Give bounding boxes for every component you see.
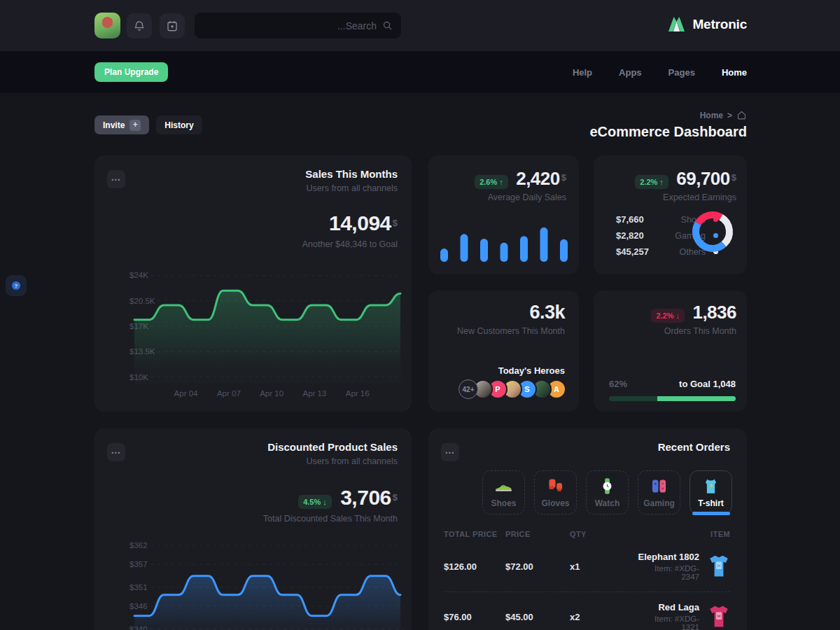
add-event-button[interactable] [160, 13, 185, 38]
svg-text:$351: $351 [130, 583, 148, 592]
legend-amount: $7,660 [616, 214, 657, 225]
col-total-price: TOTAL PRICE [444, 530, 505, 538]
heroes-avatars: 42+PSA [458, 379, 566, 399]
arrow-down-icon: ↓ [323, 498, 327, 506]
breadcrumb-separator: > [727, 111, 732, 120]
user-avatar[interactable] [94, 13, 120, 38]
svg-text:Apr 16: Apr 16 [346, 389, 370, 398]
cell-qty: x1 [570, 561, 637, 572]
sneaker-icon [494, 477, 513, 496]
orders-value: 1,836 [692, 302, 736, 323]
metronic-logo-icon [667, 15, 686, 33]
nav-link-help[interactable]: Help [573, 67, 592, 78]
cell-qty: x2 [570, 612, 637, 622]
nav-links: Help Apps Pages Home [573, 51, 747, 93]
discounted-value: 3,706 [340, 486, 391, 509]
gamepad-icon [650, 477, 668, 496]
svg-text:Apr 10: Apr 10 [260, 389, 284, 398]
watch-icon [598, 477, 617, 496]
category-tabs: Shoes Gloves Watch Gaming T-shirt [482, 470, 732, 514]
svg-text:Apr 07: Apr 07 [217, 389, 241, 398]
item-id: Item: #XDG-1321 [637, 615, 699, 630]
svg-text:$362: $362 [130, 541, 148, 550]
discounted-card-menu-button[interactable]: ⋯ [107, 443, 125, 461]
customers-label: New Customers This Month [457, 326, 565, 336]
item-name: Red Laga [637, 602, 699, 612]
item-thumb [699, 604, 730, 629]
orders-table-body: $126.00 $72.00 x1 Elephant 1802 Item: #X… [444, 542, 730, 630]
action-chips: Invite + History [94, 115, 202, 134]
sales-card-title: Sales This Months [305, 168, 398, 180]
daily-badge: 2.6%↑ [475, 175, 508, 189]
help-icon: ? [10, 280, 22, 291]
nav-link-apps[interactable]: Apps [619, 67, 642, 78]
tab-watch[interactable]: Watch [586, 470, 629, 514]
home-icon [736, 110, 747, 120]
legend-amount: $2,820 [616, 230, 657, 241]
history-label: History [164, 120, 193, 130]
svg-text:$20.5K: $20.5K [130, 297, 155, 305]
arrow-down-icon: ↓ [676, 312, 680, 320]
history-button[interactable]: History [156, 115, 202, 134]
cell-total-price: $76.00 [444, 612, 505, 622]
search-input[interactable] [216, 20, 377, 31]
recent-orders-menu-button[interactable]: ⋯ [441, 443, 459, 461]
orders-value-block: 2.2%↓ 1,836 Orders This Month [651, 302, 736, 336]
tab-gloves[interactable]: Gloves [534, 470, 577, 514]
plan-upgrade-button[interactable]: Plan Upgrade [94, 62, 168, 82]
calendar-plus-icon [166, 20, 178, 32]
top-header-bar: Metronic [0, 0, 840, 51]
invite-label: Invite [103, 120, 125, 130]
order-row: $76.00 $45.00 x2 Red Laga Item: #XDG-132… [444, 592, 730, 630]
svg-text:$24K: $24K [130, 271, 148, 279]
tab-shoes[interactable]: Shoes [482, 470, 525, 514]
earnings-card: 2.2%↑ 69,700$ Expected Earnings $7,660 S… [594, 155, 747, 274]
earnings-badge: 2.2%↑ [635, 175, 668, 189]
earnings-currency: $ [732, 172, 736, 183]
tshirt-image [708, 604, 730, 629]
sales-card-menu-button[interactable]: ⋯ [107, 170, 125, 188]
customers-card: 6.3k New Customers This Month Today's He… [428, 290, 579, 412]
sales-line-chart: $24K$20.5K$17K$13.5K$10KApr 04Apr 07Apr … [102, 262, 407, 402]
breadcrumb[interactable]: Home > [700, 110, 747, 120]
dots-menu-icon: ⋯ [111, 449, 122, 456]
discounted-value-block: 4.5%↓ 3,706$ Total Discounted Sales This… [263, 486, 398, 524]
tab-gaming[interactable]: Gaming [638, 470, 680, 514]
sales-value-block: 14,094$ Another $48,346 to Goal [302, 211, 398, 249]
item-id: Item: #XDG-2347 [637, 564, 699, 581]
earnings-donut-chart [690, 209, 736, 255]
tab-label: Shoes [491, 498, 516, 508]
sales-card: ⋯ Sales This Months Users from all chann… [94, 155, 412, 412]
help-button[interactable]: ? [6, 275, 27, 296]
tshirt-icon [701, 477, 720, 496]
discounted-line-chart: $362$357$351$346$340 [102, 528, 407, 630]
daily-currency: $ [561, 172, 566, 183]
orders-badge: 2.2%↓ [651, 309, 685, 323]
cell-price: $45.00 [505, 612, 570, 622]
col-item: ITEM [637, 530, 730, 538]
invite-button[interactable]: Invite + [94, 115, 149, 134]
legend-amount: $45,257 [616, 246, 657, 257]
progress-fill [657, 396, 736, 401]
nav-link-pages[interactable]: Pages [668, 67, 695, 78]
brand-logo[interactable]: Metronic [667, 15, 747, 33]
notifications-button[interactable] [127, 13, 152, 38]
sales-card-subtitle: Users from all channels [306, 183, 398, 193]
tab-t-shirt[interactable]: T-shirt [690, 470, 732, 514]
dots-menu-icon: ⋯ [111, 176, 122, 183]
discounted-card: ⋯ Discounted Product Sales Users from al… [94, 428, 412, 630]
orders-progress-bar [609, 396, 736, 401]
earnings-value: 69,700 [676, 168, 730, 189]
search-icon [382, 20, 393, 31]
item-name: Elephant 1802 [637, 552, 699, 562]
orders-card: 2.2%↓ 1,836 Orders This Month 62% to Goa… [594, 290, 747, 412]
secondary-nav-bar: Plan Upgrade Help Apps Pages Home [0, 51, 840, 93]
order-row: $126.00 $72.00 x1 Elephant 1802 Item: #X… [444, 542, 730, 592]
nav-link-home[interactable]: Home [722, 67, 747, 78]
breadcrumb-home[interactable]: Home [700, 111, 723, 120]
page-title: eCommerce Dashboard [589, 124, 747, 140]
orders-goal-label: to Goal 1,048 [679, 379, 736, 389]
avatar-count[interactable]: 42+ [458, 379, 478, 399]
discounted-note: Total Discounted Sales This Month [263, 514, 398, 524]
dots-menu-icon: ⋯ [445, 449, 456, 456]
